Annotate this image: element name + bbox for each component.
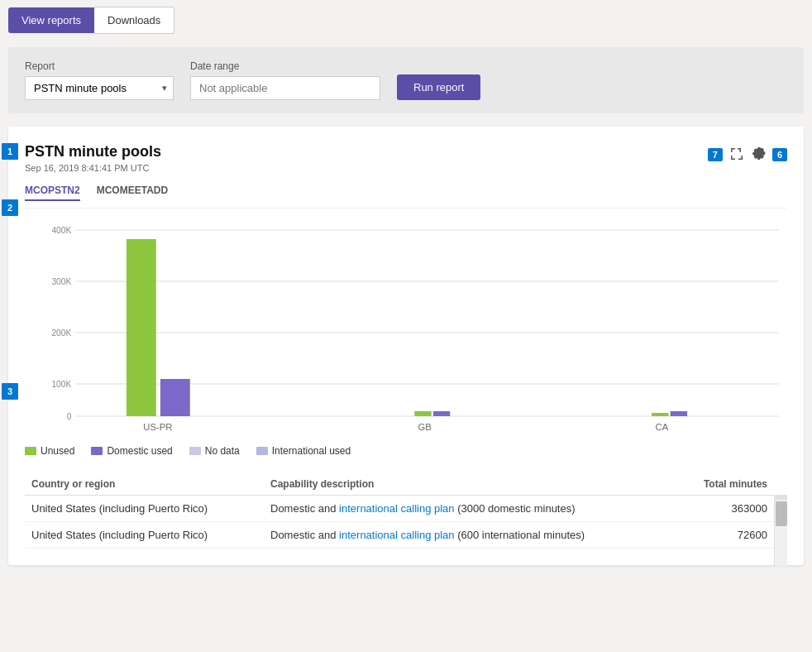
capability-text-2: Domestic and: [270, 529, 339, 541]
legend-international: International used: [256, 445, 351, 457]
legend-swatch-domestic: [91, 447, 103, 455]
svg-text:US-PR: US-PR: [143, 422, 172, 432]
col-country: Country or region: [25, 473, 264, 496]
table-body: United States (including Puerto Rico) Do…: [25, 496, 787, 549]
side-badge-1: 1: [2, 143, 18, 160]
report-container: 1 PSTN minute pools Sep 16, 2019 8:41:41…: [8, 127, 804, 565]
filter-panel: Report PSTN minute pools ▾ Date range Ru…: [8, 47, 804, 113]
side-badge-2: 2: [2, 199, 18, 216]
svg-rect-11: [160, 379, 190, 416]
run-report-button[interactable]: Run report: [397, 74, 480, 100]
svg-text:200K: 200K: [51, 328, 71, 338]
chart-svg: 400K 300K 200K 100K 0 US-PR GB CA: [25, 222, 787, 437]
cell-minutes-1: 363000: [677, 496, 774, 522]
col-minutes: Total minutes: [677, 473, 774, 496]
report-header: PSTN minute pools Sep 16, 2019 8:41:41 P…: [25, 143, 787, 173]
report-select[interactable]: PSTN minute pools: [25, 76, 174, 100]
report-filter-group: Report PSTN minute pools ▾: [25, 60, 174, 100]
badge-7: 7: [708, 148, 723, 161]
data-table: Country or region Capability description…: [25, 473, 787, 549]
date-range-label: Date range: [190, 60, 380, 72]
top-nav: View reports Downloads: [0, 0, 812, 41]
legend-label-nodata: No data: [205, 445, 240, 457]
cell-capability-2: Domestic and international calling plan …: [264, 522, 677, 549]
svg-rect-17: [671, 411, 687, 416]
side-badge-3: 3: [2, 383, 18, 400]
report-actions: 7 6: [708, 143, 787, 165]
col-scroll: [774, 473, 787, 496]
legend-label-unused: Unused: [41, 445, 74, 457]
chart-legend: Unused Domestic used No data Internation…: [25, 445, 787, 457]
report-title: PSTN minute pools: [25, 143, 161, 161]
tab-mcomeetadd[interactable]: MCOMEETADD: [97, 185, 168, 201]
downloads-button[interactable]: Downloads: [94, 7, 174, 34]
svg-text:400K: 400K: [51, 226, 71, 235]
report-subtitle: Sep 16, 2019 8:41:41 PM UTC: [25, 163, 161, 173]
badge-6: 6: [772, 148, 787, 161]
legend-nodata: No data: [189, 445, 240, 457]
svg-text:0: 0: [67, 412, 72, 421]
svg-rect-14: [433, 411, 450, 416]
legend-unused: Unused: [25, 445, 74, 457]
svg-text:300K: 300K: [51, 277, 71, 286]
date-range-filter-group: Date range: [190, 60, 380, 100]
expand-button[interactable]: [726, 143, 746, 165]
date-range-input[interactable]: [190, 76, 380, 100]
cell-capability-1: Domestic and international calling plan …: [264, 496, 677, 522]
tab-mcopstn2[interactable]: MCOPSTN2: [25, 185, 80, 201]
capability-text-2b: (600 international minutes): [455, 529, 585, 541]
cell-country-2: United States (including Puerto Rico): [25, 522, 264, 549]
scrollbar-thumb: [776, 501, 787, 526]
legend-label-international: International used: [272, 445, 351, 457]
capability-text-1b: (3000 domestic minutes): [455, 502, 576, 515]
report-title-group: PSTN minute pools Sep 16, 2019 8:41:41 P…: [25, 143, 161, 173]
legend-swatch-international: [256, 447, 268, 455]
svg-text:100K: 100K: [51, 380, 71, 389]
table-header-row: Country or region Capability description…: [25, 473, 787, 496]
cell-country-1: United States (including Puerto Rico): [25, 496, 264, 522]
report-label: Report: [25, 60, 174, 72]
capability-link-2[interactable]: international calling plan: [339, 529, 454, 541]
legend-label-domestic: Domestic used: [107, 445, 172, 457]
svg-rect-16: [652, 413, 668, 416]
chart-tabs: MCOPSTN2 MCOMEETADD: [25, 185, 787, 209]
settings-button[interactable]: [749, 143, 769, 165]
chart-area: 400K 300K 200K 100K 0 US-PR GB CA: [25, 222, 787, 437]
svg-text:CA: CA: [656, 422, 669, 432]
table-row: United States (including Puerto Rico) Do…: [25, 522, 787, 549]
table-head: Country or region Capability description…: [25, 473, 787, 496]
legend-swatch-unused: [25, 447, 36, 455]
svg-rect-10: [127, 239, 156, 416]
col-capability: Capability description: [264, 473, 677, 496]
expand-icon: [729, 146, 743, 160]
svg-rect-13: [414, 411, 431, 416]
legend-domestic: Domestic used: [91, 445, 172, 457]
scrollbar[interactable]: [774, 500, 787, 566]
capability-link-1[interactable]: international calling plan: [339, 502, 454, 515]
capability-text-1: Domestic and: [270, 502, 339, 515]
table-row: United States (including Puerto Rico) Do…: [25, 496, 787, 522]
svg-text:GB: GB: [418, 422, 431, 432]
cell-minutes-2: 72600: [677, 522, 774, 549]
gear-icon: [752, 146, 766, 160]
view-reports-button[interactable]: View reports: [8, 7, 94, 33]
table-section: Country or region Capability description…: [25, 473, 787, 549]
report-select-wrap: PSTN minute pools ▾: [25, 76, 174, 100]
legend-swatch-nodata: [189, 447, 201, 455]
